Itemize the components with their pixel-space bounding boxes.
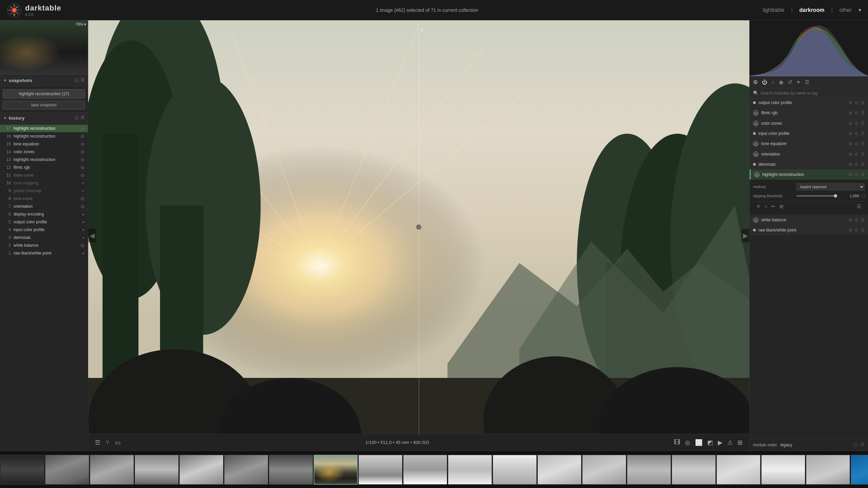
overexposure-icon[interactable]: ⬜ bbox=[695, 439, 703, 446]
snapshot-item[interactable]: highlight reconstruction (17) bbox=[3, 89, 85, 99]
nav-other[interactable]: other bbox=[840, 7, 852, 13]
menu-icon[interactable]: ☰ bbox=[861, 218, 865, 222]
history-item[interactable]: 16 highlight reconstruction ⏻ bbox=[0, 133, 88, 140]
copy-icon[interactable]: ⧉ bbox=[849, 110, 852, 115]
color-icon[interactable]: ◉ bbox=[779, 79, 784, 85]
film-icon[interactable]: 🎞 bbox=[674, 439, 680, 446]
play-icon[interactable]: ▶ bbox=[718, 439, 723, 446]
history-item[interactable]: 13 highlight reconstruction ⏻ bbox=[0, 156, 88, 164]
history-item[interactable]: 17 highlight reconstruction ⏻ bbox=[0, 125, 88, 133]
power-icon[interactable]: ⏻ bbox=[753, 141, 758, 146]
preset-icon[interactable]: ⊙ bbox=[855, 110, 858, 115]
snapshots-menu-icon[interactable]: ☰ bbox=[81, 78, 84, 83]
copy-icon[interactable]: ⧉ bbox=[849, 218, 852, 222]
history-info-icon[interactable]: ⓘ bbox=[75, 115, 79, 121]
clipping-slider[interactable] bbox=[796, 195, 836, 197]
filmstrip-thumb-active[interactable] bbox=[314, 455, 358, 485]
menu-icon[interactable]: ☰ bbox=[861, 228, 865, 232]
preset-icon[interactable]: ⊙ bbox=[855, 152, 858, 157]
take-snapshot-button[interactable]: take snapshot bbox=[3, 101, 85, 109]
menu-tool-icon[interactable]: ☰ bbox=[857, 204, 861, 209]
filmstrip-thumb[interactable] bbox=[627, 455, 671, 485]
history-header[interactable]: ▼ history ⓘ ☰ bbox=[0, 112, 88, 124]
zoom-dropdown-icon[interactable]: ▾ bbox=[84, 22, 86, 27]
circle-icon[interactable]: ○ bbox=[771, 79, 775, 85]
copy-icon[interactable]: ⧉ bbox=[849, 131, 852, 136]
right-panel-collapse-arrow[interactable]: ▶ bbox=[742, 229, 749, 242]
module-input-color-profile-header[interactable]: input color profile ⧉ ⊙ ☰ bbox=[750, 129, 868, 138]
eyedropper-icon[interactable]: ✏ bbox=[771, 204, 775, 209]
branch-icon[interactable]: ⑂ bbox=[106, 439, 110, 446]
menu-icon[interactable]: ☰ bbox=[861, 100, 865, 105]
history-item[interactable]: 6 display encoding ● bbox=[0, 210, 88, 218]
copy-icon[interactable]: ⧉ bbox=[849, 172, 852, 177]
copy-icon[interactable]: ⧉ bbox=[849, 121, 852, 126]
power-modules-icon[interactable]: ⏻ bbox=[762, 79, 767, 85]
menu-icon[interactable]: ☰ bbox=[861, 172, 865, 177]
close-module-icon[interactable]: ✕ bbox=[756, 204, 761, 209]
module-color-zones-header[interactable]: ⏻ color zones ⧉ ⊙ ☰ bbox=[750, 118, 868, 128]
correct-icon[interactable]: ↺ bbox=[788, 79, 792, 85]
filmstrip-thumb[interactable] bbox=[716, 455, 761, 485]
filmstrip-thumb[interactable] bbox=[135, 455, 179, 485]
menu-icon[interactable]: ☰ bbox=[861, 121, 865, 126]
history-item[interactable]: 4 input color profile ● bbox=[0, 226, 88, 234]
preset-icon[interactable]: ⊙ bbox=[855, 228, 858, 232]
module-highlight-reconstruction-header[interactable]: ⏻ highlight reconstruction ⧉ ⊙ ☰ bbox=[750, 169, 868, 180]
filmstrip-thumb[interactable] bbox=[761, 455, 805, 485]
filmstrip-thumb[interactable] bbox=[358, 455, 402, 485]
history-item[interactable]: 3 demosaic ● bbox=[0, 234, 88, 242]
filmstrip-thumb[interactable] bbox=[537, 455, 581, 485]
history-menu-icon[interactable]: ☰ bbox=[81, 115, 84, 121]
history-item[interactable]: 11 base curve ⏻ bbox=[0, 171, 88, 179]
module-orientation-header[interactable]: ⏻ orientation ⧉ ⊙ ☰ bbox=[750, 149, 868, 159]
nav-darkroom[interactable]: darkroom bbox=[800, 7, 825, 13]
filmstrip-thumb[interactable] bbox=[448, 455, 492, 485]
module-search-input[interactable] bbox=[761, 91, 865, 96]
snapshots-header[interactable]: ▼ snapshots ⓘ ☰ bbox=[0, 75, 88, 86]
clipping-icon[interactable]: ◩ bbox=[707, 439, 713, 446]
history-item[interactable]: 7 orientation ⏻ bbox=[0, 203, 88, 210]
preset-icon[interactable]: ⊙ bbox=[855, 218, 858, 222]
module-demosaic-header[interactable]: demosaic ⧉ ⊙ ☰ bbox=[750, 160, 868, 169]
preset-icon[interactable]: ⊙ bbox=[855, 100, 858, 105]
module-filmic-rgb-header[interactable]: ⏻ filmic rgb ⧉ ⊙ ☰ bbox=[750, 108, 868, 118]
preset-icon[interactable]: ⊙ bbox=[855, 131, 858, 136]
preset-icon[interactable]: ⊙ bbox=[855, 141, 858, 146]
power-icon[interactable]: ⏻ bbox=[753, 121, 758, 126]
filmstrip-thumb[interactable] bbox=[90, 455, 134, 485]
power-icon[interactable]: ⏻ bbox=[753, 217, 758, 223]
filmstrip-thumb[interactable] bbox=[0, 455, 44, 485]
copy-icon[interactable]: ⧉ bbox=[849, 100, 852, 105]
menu-icon[interactable]: ☰ bbox=[861, 110, 865, 115]
filmstrip-thumb[interactable] bbox=[269, 455, 313, 485]
power-icon[interactable]: ⏻ bbox=[753, 110, 758, 116]
filmstrip-thumb[interactable] bbox=[851, 455, 868, 485]
history-item[interactable]: 8 tone curve ⏻ bbox=[0, 195, 88, 203]
menu-icon[interactable]: ☰ bbox=[861, 152, 865, 157]
history-item[interactable]: 14 color zones ⏻ bbox=[0, 148, 88, 156]
copy-icon[interactable]: ⧉ bbox=[849, 141, 852, 146]
filmstrip-thumb[interactable] bbox=[45, 455, 89, 485]
module-order-menu-icon[interactable]: ☰ bbox=[861, 442, 865, 448]
copy-icon[interactable]: ⧉ bbox=[849, 162, 852, 167]
hamburger-icon[interactable]: ☰ bbox=[95, 439, 100, 446]
copy-icon[interactable]: ⧉ bbox=[849, 152, 852, 157]
grid-tool-icon[interactable]: ⊞ bbox=[780, 204, 784, 209]
copy-icon[interactable]: ⧉ bbox=[849, 228, 852, 232]
module-tone-equalizer-header[interactable]: ⏻ tone equalizer ⧉ ⊙ ☰ bbox=[750, 139, 868, 149]
history-item[interactable]: 5 output color profile ● bbox=[0, 218, 88, 226]
left-panel-collapse-arrow[interactable]: ◀ bbox=[88, 229, 96, 242]
menu-icon[interactable]: ☰ bbox=[861, 131, 865, 136]
preset-icon[interactable]: ⊙ bbox=[855, 121, 858, 126]
history-item[interactable]: 9 global tonemap ✕ bbox=[0, 187, 88, 195]
module-order-info-icon[interactable]: ⓘ bbox=[853, 442, 858, 448]
module-white-balance-header[interactable]: ⏻ white balance ⧉ ⊙ ☰ bbox=[750, 215, 868, 225]
enhance-icon[interactable]: ✦ bbox=[796, 79, 801, 85]
method-select[interactable]: inpaint opposed bbox=[796, 183, 865, 190]
history-item[interactable]: 12 filmic rgb ⏻ bbox=[0, 164, 88, 171]
filmstrip-thumb[interactable] bbox=[179, 455, 223, 485]
history-item[interactable]: 15 tone equalizer ⏻ bbox=[0, 140, 88, 148]
history-item[interactable]: 1 raw black/white point ● bbox=[0, 249, 88, 257]
filmstrip-thumb[interactable] bbox=[224, 455, 268, 485]
